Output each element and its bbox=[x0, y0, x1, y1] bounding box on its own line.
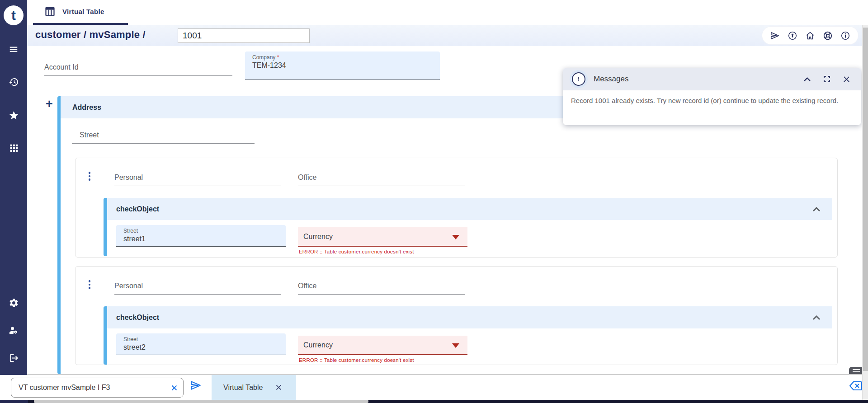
horizontal-scrollbar-thumb[interactable] bbox=[34, 400, 368, 403]
info-icon[interactable] bbox=[840, 31, 850, 41]
manage-users-icon[interactable] bbox=[8, 325, 19, 336]
warning-icon bbox=[572, 72, 585, 86]
address-street-label: Street bbox=[80, 131, 99, 139]
command-input-box[interactable] bbox=[11, 378, 184, 398]
check-street-value: street2 bbox=[116, 342, 286, 351]
collapse-messages-icon[interactable] bbox=[803, 77, 811, 82]
apps-grid-icon[interactable] bbox=[8, 142, 19, 153]
check-street-field[interactable]: Street street1 bbox=[116, 225, 286, 247]
menu-icon[interactable] bbox=[8, 44, 19, 55]
drag-handle[interactable] bbox=[849, 367, 863, 374]
check-object-bar bbox=[104, 306, 107, 365]
tab-virtual-table[interactable]: Virtual Table bbox=[33, 0, 128, 25]
run-command-icon[interactable] bbox=[190, 380, 202, 393]
top-tab-bar: Virtual Table bbox=[27, 0, 868, 25]
collapse-chevron-up-icon[interactable] bbox=[812, 315, 821, 320]
application-window: t Virtual Table bbox=[0, 0, 868, 403]
toolbar bbox=[762, 27, 858, 44]
clear-command-icon[interactable] bbox=[171, 384, 178, 391]
horizontal-scrollbar bbox=[0, 400, 868, 403]
office-field[interactable]: Office bbox=[298, 275, 465, 295]
address-section: Address Street Personal Office checkObje… bbox=[57, 96, 838, 374]
home-icon[interactable] bbox=[805, 31, 815, 41]
row-menu-icon[interactable] bbox=[88, 280, 91, 289]
check-street-value: street1 bbox=[116, 234, 286, 243]
backspace-clear-icon[interactable] bbox=[849, 380, 863, 393]
support-wheel-icon[interactable] bbox=[823, 31, 833, 41]
office-label: Office bbox=[298, 173, 317, 182]
bottom-tab-virtual-table[interactable]: Virtual Table bbox=[212, 375, 296, 400]
messages-panel-title: Messages bbox=[594, 75, 628, 84]
check-street-label: Street bbox=[116, 333, 286, 342]
company-field[interactable]: Company * TEM-1234 bbox=[245, 52, 440, 80]
expand-messages-icon[interactable] bbox=[823, 75, 831, 83]
required-asterisk: * bbox=[277, 54, 279, 61]
check-object-title: checkObject bbox=[116, 205, 159, 213]
logout-icon[interactable] bbox=[8, 352, 19, 363]
personal-label: Personal bbox=[114, 282, 143, 290]
address-street-field[interactable]: Street bbox=[72, 125, 255, 144]
personal-field[interactable]: Personal bbox=[114, 166, 281, 186]
check-object-header[interactable]: checkObject bbox=[107, 306, 832, 328]
account-id-label: Account Id bbox=[44, 63, 79, 71]
breadcrumb: customer / mvSample / bbox=[35, 29, 146, 41]
close-messages-icon[interactable] bbox=[843, 75, 850, 83]
messages-panel-body: Record 1001 already exists. Try new reco… bbox=[563, 90, 861, 112]
command-input[interactable] bbox=[19, 384, 171, 392]
dropdown-caret-icon bbox=[452, 235, 459, 239]
check-object-bar bbox=[104, 198, 107, 256]
table-icon bbox=[44, 5, 56, 18]
address-entry-card: Personal Office checkObject Street stree… bbox=[75, 158, 838, 258]
currency-dropdown[interactable]: Currency bbox=[298, 336, 467, 355]
tab-virtual-table-label: Virtual Table bbox=[62, 8, 104, 15]
history-icon[interactable] bbox=[8, 76, 19, 87]
personal-field[interactable]: Personal bbox=[114, 275, 281, 295]
collapse-chevron-up-icon[interactable] bbox=[812, 206, 821, 212]
currency-dropdown[interactable]: Currency bbox=[298, 227, 467, 247]
header-band: customer / mvSample / bbox=[27, 25, 868, 46]
vertical-scrollbar bbox=[862, 25, 868, 400]
check-object-title: checkObject bbox=[116, 314, 159, 322]
app-logo-letter: t bbox=[11, 8, 16, 23]
app-logo[interactable]: t bbox=[4, 5, 24, 25]
row-menu-icon[interactable] bbox=[88, 172, 91, 181]
account-id-field[interactable]: Account Id bbox=[44, 53, 232, 76]
currency-label: Currency bbox=[303, 341, 333, 349]
currency-error-text: ERROR :: Table customer.currency doesn't… bbox=[299, 249, 414, 254]
send-icon[interactable] bbox=[770, 31, 780, 41]
vertical-scrollbar-thumb[interactable] bbox=[863, 28, 868, 371]
add-address-button[interactable]: + bbox=[43, 98, 55, 110]
company-value: TEM-1234 bbox=[245, 61, 440, 70]
company-label: Company * bbox=[245, 52, 440, 61]
bottom-tab-label: Virtual Table bbox=[223, 384, 263, 392]
address-entry-card: Personal Office checkObject Street stree… bbox=[75, 266, 838, 365]
record-id-input[interactable] bbox=[178, 28, 310, 43]
check-object-section: checkObject Street street1 Currency ERRO… bbox=[104, 198, 832, 256]
personal-label: Personal bbox=[114, 173, 143, 182]
sidebar: t bbox=[0, 0, 27, 375]
address-section-bar bbox=[57, 96, 61, 374]
messages-panel: Messages Record 1001 already exists. Try… bbox=[563, 68, 861, 125]
check-object-section: checkObject Street street2 Currency ERRO… bbox=[104, 306, 832, 365]
close-bottom-tab-icon[interactable] bbox=[275, 384, 282, 391]
settings-gear-icon[interactable] bbox=[8, 297, 19, 308]
check-street-label: Street bbox=[116, 225, 286, 234]
check-object-header[interactable]: checkObject bbox=[107, 198, 832, 220]
scrollbar-corner bbox=[0, 400, 28, 403]
upload-circle-icon[interactable] bbox=[788, 31, 797, 41]
bottom-bar: Virtual Table bbox=[0, 375, 868, 400]
dropdown-caret-icon bbox=[452, 343, 459, 348]
currency-label: Currency bbox=[303, 233, 333, 241]
office-label: Office bbox=[298, 282, 317, 290]
check-street-field[interactable]: Street street2 bbox=[116, 333, 286, 355]
messages-panel-header: Messages bbox=[563, 68, 861, 90]
address-section-title: Address bbox=[72, 103, 101, 112]
favorites-icon[interactable] bbox=[8, 110, 19, 121]
currency-error-text: ERROR :: Table customer.currency doesn't… bbox=[299, 357, 414, 363]
office-field[interactable]: Office bbox=[298, 166, 465, 186]
